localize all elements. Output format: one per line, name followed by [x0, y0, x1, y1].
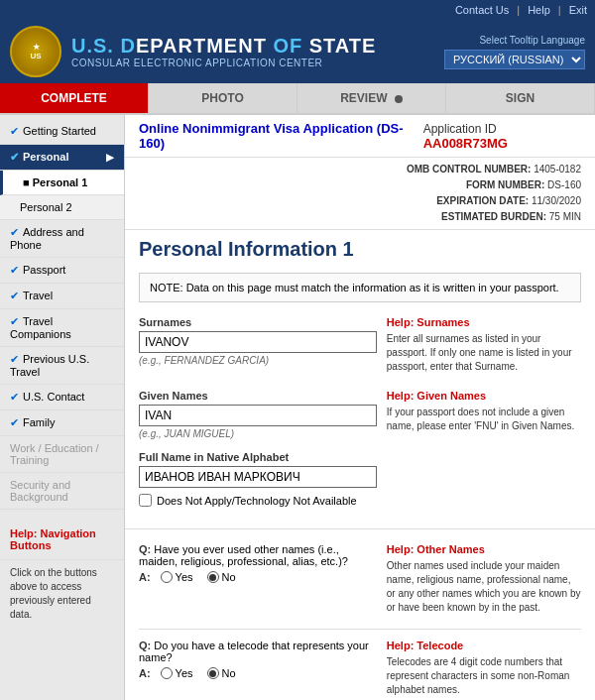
content-area: ✔Getting Started ✔Personal ▶ ■ Personal … — [0, 115, 595, 700]
qa-other-names: Q: Have you ever used other names (i.e.,… — [139, 543, 581, 615]
sidebar-item-family[interactable]: ✔Family — [0, 410, 124, 436]
help-telecode-label: Help: Telecode — [387, 640, 581, 651]
note-box: NOTE: Data on this page must match the i… — [139, 273, 581, 302]
help-other-names-text: Other names used include your maiden nam… — [387, 559, 581, 615]
sidebar-item-passport[interactable]: ✔Passport — [0, 258, 124, 284]
sidebar-item-work: Work / Education / Training — [0, 436, 124, 473]
contact-us-link[interactable]: Contact Us — [455, 4, 509, 16]
surnames-hint: (e.g., FERNANDEZ GARCIA) — [139, 355, 377, 366]
app-bar: Online Nonimmigrant Visa Application (DS… — [125, 115, 595, 158]
qa-section: Q: Have you ever used other names (i.e.,… — [125, 533, 595, 700]
sidebar-item-previous-travel[interactable]: ✔Previous U.S. Travel — [0, 347, 124, 385]
telecode-no-radio[interactable] — [207, 667, 219, 679]
sidebar-item-personal[interactable]: ✔Personal ▶ — [0, 145, 124, 171]
header-title: U.S. DEPARTMENT of STATE — [71, 35, 434, 58]
app-title: Online Nonimmigrant Visa Application (DS… — [139, 121, 423, 151]
sidebar-item-security: Security and Background — [0, 473, 124, 510]
sidebar-item-personal1[interactable]: ■ Personal 1 — [0, 171, 124, 195]
given-names-hint: (e.g., JUAN MIGUEL) — [139, 428, 377, 439]
help-other-names-label: Help: Other Names — [387, 543, 581, 555]
given-names-field-group: Given Names (e.g., JUAN MIGUEL) — [139, 390, 377, 439]
telecode-no[interactable]: No — [207, 667, 236, 679]
top-bar: Contact Us | Help | Exit — [0, 0, 595, 20]
help-given-names-label: Help: Given Names — [387, 390, 581, 402]
other-names-yes[interactable]: Yes — [161, 571, 193, 583]
help-surnames-label: Help: Surnames — [387, 316, 581, 328]
language-dropdown[interactable]: РУССКИЙ (RUSSIAN) ENGLISH — [444, 50, 585, 69]
surnames-label: Surnames — [139, 316, 377, 328]
given-names-label: Given Names — [139, 390, 377, 402]
telecode-yes-radio[interactable] — [161, 667, 173, 679]
tab-photo[interactable]: PHOTO — [149, 83, 298, 113]
surnames-section: Surnames (e.g., FERNANDEZ GARCIA) Help: … — [125, 310, 595, 384]
native-alphabet-label: Full Name in Native Alphabet — [139, 451, 377, 463]
help-link[interactable]: Help — [528, 4, 550, 16]
native-alphabet-field-group: Full Name in Native Alphabet Does Not Ap… — [139, 451, 377, 507]
chevron-right-icon: ▶ — [106, 152, 114, 163]
note-text: NOTE: Data on this page must match the i… — [150, 282, 559, 293]
sidebar-item-travel-companions[interactable]: ✔Travel Companions — [0, 309, 124, 347]
sidebar: ✔Getting Started ✔Personal ▶ ■ Personal … — [0, 115, 125, 700]
sidebar-help-text: Click on the buttons above to access pre… — [0, 560, 124, 628]
telecode-radio-group: Yes No — [161, 667, 236, 679]
sidebar-item-us-contact[interactable]: ✔U.S. Contact — [0, 385, 124, 410]
sidebar-help-label: Help: Navigation Buttons — [0, 520, 124, 560]
not-apply-row: Does Not Apply/Technology Not Available — [139, 494, 377, 507]
telecode-question: Q: Do you have a telecode that represent… — [139, 640, 377, 663]
sidebar-item-travel[interactable]: ✔Travel — [0, 284, 124, 309]
help-surnames-text: Enter all surnames as listed in your pas… — [387, 332, 581, 374]
main-content: Online Nonimmigrant Visa Application (DS… — [125, 115, 595, 700]
exit-link[interactable]: Exit — [569, 4, 587, 16]
sidebar-item-getting-started[interactable]: ✔Getting Started — [0, 119, 124, 145]
sidebar-item-personal2[interactable]: Personal 2 — [0, 195, 124, 220]
header: ★US U.S. DEPARTMENT of STATE CONSULAR EL… — [0, 20, 595, 83]
page-title: Personal Information 1 — [125, 230, 595, 265]
native-alphabet-input[interactable] — [139, 466, 377, 488]
language-selector: Select Tooltip Language РУССКИЙ (RUSSIAN… — [444, 35, 585, 69]
lang-label: Select Tooltip Language — [479, 35, 585, 46]
us-seal: ★US — [10, 26, 61, 77]
help-given-names-text: If your passport does not include a give… — [387, 406, 581, 433]
not-apply-checkbox[interactable] — [139, 494, 152, 507]
review-dot — [395, 95, 403, 103]
sidebar-item-address[interactable]: ✔Address and Phone — [0, 220, 124, 258]
tab-review[interactable]: REVIEW — [298, 83, 446, 113]
qa-telecode: Q: Do you have a telecode that represent… — [139, 640, 581, 697]
other-names-yes-radio[interactable] — [161, 571, 173, 583]
app-id-label: Application ID — [423, 122, 497, 136]
other-names-no[interactable]: No — [207, 571, 236, 583]
other-names-no-radio[interactable] — [207, 571, 219, 583]
tab-sign[interactable]: SIGN — [446, 83, 595, 113]
given-names-input[interactable] — [139, 405, 377, 426]
telecode-yes[interactable]: Yes — [161, 667, 193, 679]
form-meta: OMB CONTROL NUMBER: 1405-0182 FORM NUMBE… — [125, 158, 595, 230]
nav-tabs: COMPLETE PHOTO REVIEW SIGN — [0, 83, 595, 115]
help-telecode-text: Telecodes are 4 digit code numbers that … — [387, 655, 581, 697]
header-subtitle: CONSULAR ELECTRONIC APPLICATION CENTER — [71, 58, 434, 68]
other-names-radio-group: Yes No — [161, 571, 236, 583]
app-id: AA008R73MG — [423, 136, 508, 151]
tab-complete[interactable]: COMPLETE — [0, 83, 149, 113]
surnames-input[interactable] — [139, 331, 377, 353]
not-apply-label: Does Not Apply/Technology Not Available — [157, 495, 357, 507]
other-names-question: Q: Have you ever used other names (i.e.,… — [139, 543, 377, 567]
surnames-field-group: Surnames (e.g., FERNANDEZ GARCIA) — [139, 316, 377, 366]
given-names-section: Given Names (e.g., JUAN MIGUEL) Full Nam… — [125, 384, 595, 525]
